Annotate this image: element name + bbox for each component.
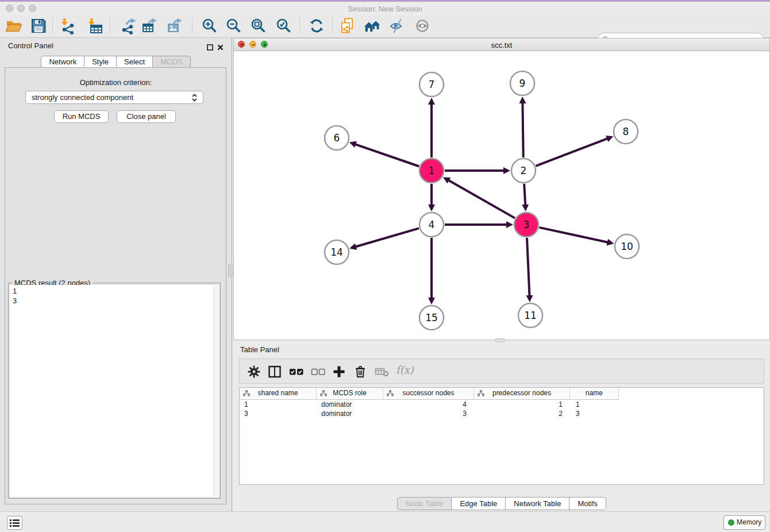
apply-layout-icon[interactable] — [308, 17, 325, 34]
window-title: Session: New Session — [0, 5, 770, 13]
node-label-8: 8 — [623, 126, 629, 137]
deselect-all-icon[interactable] — [311, 365, 325, 379]
hide-panels-icon[interactable] — [389, 17, 406, 34]
edge-2-3[interactable] — [524, 184, 525, 205]
delete-table-icon — [375, 365, 388, 379]
cell-name-row2[interactable]: 3 — [570, 409, 619, 418]
mcds-result-text[interactable]: 1 3 — [10, 285, 219, 497]
toolbar-separator — [192, 18, 192, 33]
tab-style[interactable]: Style — [84, 56, 117, 68]
cell-shared-name-row1[interactable]: 1 — [240, 400, 317, 409]
optimization-criterion-label: Optimization criterion: — [0, 78, 232, 87]
tab-network-table[interactable]: Network Table — [506, 497, 569, 510]
zoom-out-icon[interactable] — [225, 17, 242, 34]
toolbar-separator — [332, 18, 333, 33]
node-label-7: 7 — [429, 79, 435, 90]
column-header-successor-nodes[interactable]: successor nodes — [383, 388, 474, 399]
export-table-icon[interactable] — [141, 17, 159, 34]
cell-predecessor-nodes-row1[interactable]: 1 — [474, 400, 570, 409]
cell-predecessor-nodes-row2[interactable]: 2 — [474, 409, 570, 418]
node-label-10: 10 — [621, 241, 633, 252]
open-session-icon[interactable] — [5, 17, 22, 34]
table-panel: Table Panel f(x) shared nameMCDS rolesuc — [233, 343, 770, 511]
control-panel: Control Panel NetworkStyleSelectMCDS Opt… — [0, 38, 232, 511]
dropdown-stepper-icon — [191, 93, 198, 106]
float-panel-icon[interactable] — [207, 43, 213, 49]
zoom-fit-icon[interactable] — [249, 17, 267, 34]
node-label-15: 15 — [425, 312, 438, 323]
clone-network-icon[interactable] — [339, 17, 356, 34]
function-builder-icon: f(x) — [396, 364, 414, 376]
table-toolbar: f(x) — [239, 358, 764, 384]
toolbar-separator — [52, 18, 53, 33]
tab-mcds[interactable]: MCDS — [153, 56, 190, 68]
save-session-icon[interactable] — [30, 17, 47, 34]
memory-label: Memory — [737, 518, 761, 526]
import-network-icon[interactable] — [59, 17, 76, 34]
delete-column-icon[interactable] — [353, 365, 367, 379]
import-table-icon[interactable] — [86, 17, 103, 34]
node-label-11: 11 — [524, 310, 537, 321]
tab-select[interactable]: Select — [117, 56, 153, 68]
table-row-1[interactable]: 1dominator411 — [240, 400, 764, 409]
table-row-3[interactable]: 3dominator323 — [240, 409, 764, 418]
close-panel-icon[interactable] — [217, 43, 224, 49]
tab-motifs[interactable]: Motifs — [569, 497, 606, 510]
node-label-1: 1 — [429, 165, 435, 176]
export-image-icon[interactable] — [167, 17, 184, 34]
node-label-4: 4 — [429, 219, 435, 230]
node-label-3: 3 — [523, 219, 530, 230]
task-history-button[interactable] — [7, 516, 22, 530]
column-header-mcds-role[interactable]: MCDS role — [317, 388, 383, 399]
cell-name-row1[interactable]: 1 — [570, 400, 619, 409]
edge-2-8[interactable] — [536, 138, 607, 166]
tab-edge-table[interactable]: Edge Table — [452, 497, 506, 510]
list-icon — [10, 519, 20, 527]
edge-3-11[interactable] — [527, 238, 529, 296]
horizontal-splitter-grip[interactable] — [495, 338, 505, 342]
mcds-result-group: MCDS result (2 nodes) 1 3 — [8, 283, 221, 499]
cell-shared-name-row2[interactable]: 3 — [240, 409, 317, 418]
edge-3-1[interactable] — [449, 180, 515, 218]
node-label-14: 14 — [330, 246, 343, 258]
close-panel-button[interactable]: Close panel — [117, 110, 176, 123]
run-mcds-button[interactable]: Run MCDS — [54, 110, 109, 123]
cell-mcds-role-row2[interactable]: dominator — [317, 409, 383, 418]
criterion-value: strongly connected component — [32, 93, 133, 102]
add-column-icon[interactable] — [332, 365, 346, 379]
column-header-shared-name[interactable]: shared name — [240, 388, 317, 399]
edge-2-9[interactable] — [522, 103, 523, 157]
node-label-2: 2 — [521, 165, 527, 176]
export-network-icon[interactable] — [121, 17, 138, 34]
node-label-6: 6 — [334, 132, 340, 144]
tab-node-table[interactable]: Node Table — [397, 497, 452, 510]
edge-4-14[interactable] — [356, 228, 419, 246]
network-view-window: scc.txt 7968124314101511 — [233, 38, 770, 340]
tab-network[interactable]: Network — [41, 56, 84, 68]
toolbar-separator — [110, 18, 110, 33]
toggle-panes-icon[interactable] — [268, 365, 282, 379]
network-title: scc.txt — [234, 41, 769, 49]
node-label-9: 9 — [519, 78, 526, 89]
column-header-name[interactable]: name — [570, 388, 619, 399]
criterion-dropdown[interactable]: strongly connected component — [25, 91, 203, 104]
zoom-selected-icon[interactable] — [275, 17, 292, 34]
show-panels-icon — [414, 17, 432, 34]
network-overview-icon[interactable] — [364, 17, 381, 34]
result-scrollbar[interactable] — [213, 286, 218, 496]
edge-3-10[interactable] — [539, 228, 607, 242]
edge-1-6[interactable] — [355, 144, 419, 166]
control-panel-tabs: NetworkStyleSelectMCDS — [0, 56, 232, 68]
column-header-predecessor-nodes[interactable]: predecessor nodes — [474, 388, 570, 399]
table-panel-tabs: Node TableEdge TableNetwork TableMotifs — [233, 497, 770, 510]
cell-successor-nodes-row2[interactable]: 3 — [383, 409, 474, 418]
zoom-in-icon[interactable] — [201, 17, 218, 34]
network-window-titlebar[interactable]: scc.txt — [234, 38, 769, 51]
memory-button[interactable]: Memory — [723, 515, 765, 530]
select-all-icon[interactable] — [289, 365, 303, 379]
cell-successor-nodes-row1[interactable]: 4 — [383, 400, 474, 409]
network-canvas[interactable]: 7968124314101511 — [234, 51, 769, 340]
memory-status-dot — [728, 519, 734, 526]
table-settings-icon[interactable] — [247, 365, 261, 379]
cell-mcds-role-row1[interactable]: dominator — [317, 400, 383, 409]
